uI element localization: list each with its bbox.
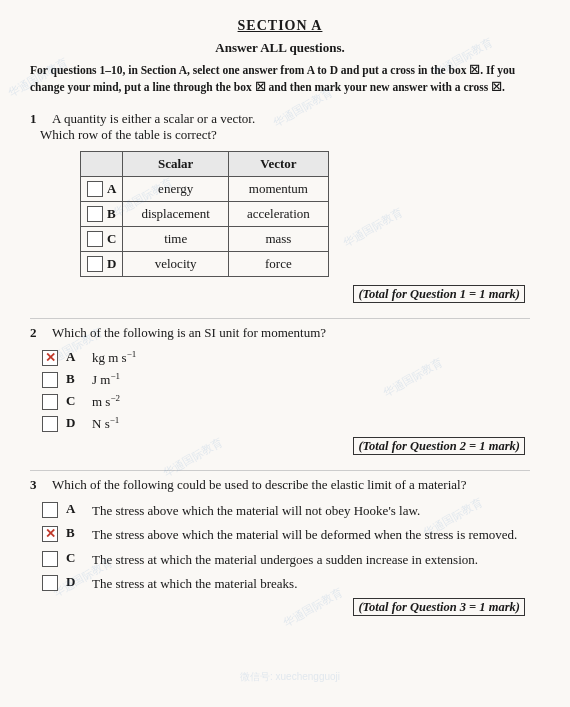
checkbox-1a[interactable] xyxy=(87,181,103,197)
exam-page: 华通国际教育 华通国际教育 华通国际教育 华通国际教育 华通国际教育 华通国际教… xyxy=(0,0,570,707)
option-text-3d: The stress at which the material breaks. xyxy=(92,574,297,594)
q3-option-c: C The stress at which the material under… xyxy=(42,550,530,570)
checkbox-2a[interactable]: ✕ xyxy=(42,350,58,366)
table-row-a: A energy momentum xyxy=(81,176,329,201)
question-2-total: (Total for Question 2 = 1 mark) xyxy=(30,439,530,454)
option-letter-1d: D xyxy=(107,256,116,272)
option-text-2d: N s−1 xyxy=(92,415,119,432)
option-letter-3c: C xyxy=(66,550,84,566)
question-2: 2 Which of the following is an SI unit f… xyxy=(30,325,530,454)
checkbox-2d[interactable] xyxy=(42,416,58,432)
q2-option-d: D N s−1 xyxy=(42,415,530,432)
checkbox-1c[interactable] xyxy=(87,231,103,247)
question-1: 1 A quantity is either a scalar or a vec… xyxy=(30,111,530,302)
option-letter-2d: D xyxy=(66,415,84,431)
option-letter-3d: D xyxy=(66,574,84,590)
q2-option-a: ✕ A kg m s−1 xyxy=(42,349,530,366)
table-header-scalar: Scalar xyxy=(123,151,229,176)
question-3-total: (Total for Question 3 = 1 mark) xyxy=(30,600,530,615)
table-col-empty xyxy=(81,151,123,176)
option-letter-2c: C xyxy=(66,393,84,409)
q3-option-d: D The stress at which the material break… xyxy=(42,574,530,594)
option-text-2c: m s−2 xyxy=(92,393,120,410)
table-cell-1d-vector: force xyxy=(228,251,328,276)
table-cell-1a-vector: momentum xyxy=(228,176,328,201)
question-3: 3 Which of the following could be used t… xyxy=(30,477,530,615)
option-text-3c: The stress at which the material undergo… xyxy=(92,550,478,570)
checkbox-3c[interactable] xyxy=(42,551,58,567)
q3-option-b: ✕ B The stress above which the material … xyxy=(42,525,530,545)
checkbox-2b[interactable] xyxy=(42,372,58,388)
question-1-number: 1 xyxy=(30,111,46,127)
checkbox-2c[interactable] xyxy=(42,394,58,410)
table-row-b: B displacement acceleration xyxy=(81,201,329,226)
q2-option-b: B J m−1 xyxy=(42,371,530,388)
table-cell-1d-scalar: velocity xyxy=(123,251,229,276)
option-letter-1a: A xyxy=(107,181,116,197)
checkbox-1b[interactable] xyxy=(87,206,103,222)
section-title: SECTION A xyxy=(30,18,530,34)
question-2-text: Which of the following is an SI unit for… xyxy=(52,325,326,341)
question-1-subtext: Which row of the table is correct? xyxy=(40,127,530,143)
option-letter-1c: C xyxy=(107,231,116,247)
question-1-total: (Total for Question 1 = 1 mark) xyxy=(30,287,530,302)
option-text-2a: kg m s−1 xyxy=(92,349,136,366)
instructions: For questions 1–10, in Section A, select… xyxy=(30,62,530,97)
table-cell-1b-scalar: displacement xyxy=(123,201,229,226)
q3-option-a: A The stress above which the material wi… xyxy=(42,501,530,521)
option-text-3a: The stress above which the material will… xyxy=(92,501,420,521)
checkbox-3a[interactable] xyxy=(42,502,58,518)
option-letter-2a: A xyxy=(66,349,84,365)
option-letter-3a: A xyxy=(66,501,84,517)
table-cell-1c-vector: mass xyxy=(228,226,328,251)
table-row-c: C time mass xyxy=(81,226,329,251)
question-1-table: Scalar Vector A energy momentum xyxy=(80,151,329,277)
table-row-d: D velocity force xyxy=(81,251,329,276)
table-header-vector: Vector xyxy=(228,151,328,176)
question-2-number: 2 xyxy=(30,325,46,341)
option-letter-3b: B xyxy=(66,525,84,541)
checkbox-1d[interactable] xyxy=(87,256,103,272)
question-3-text: Which of the following could be used to … xyxy=(52,477,466,493)
option-text-2b: J m−1 xyxy=(92,371,120,388)
option-letter-1b: B xyxy=(107,206,116,222)
question-3-number: 3 xyxy=(30,477,46,493)
table-cell-1c-scalar: time xyxy=(123,226,229,251)
watermark-12: 微信号: xuechengguoji xyxy=(240,670,340,684)
checkbox-3d[interactable] xyxy=(42,575,58,591)
option-text-3b: The stress above which the material will… xyxy=(92,525,517,545)
table-cell-1b-vector: acceleration xyxy=(228,201,328,226)
table-cell-1a-scalar: energy xyxy=(123,176,229,201)
q2-option-c: C m s−2 xyxy=(42,393,530,410)
question-1-text: A quantity is either a scalar or a vecto… xyxy=(52,111,255,127)
answer-all-label: Answer ALL questions. xyxy=(30,40,530,56)
option-letter-2b: B xyxy=(66,371,84,387)
checkbox-3b[interactable]: ✕ xyxy=(42,526,58,542)
